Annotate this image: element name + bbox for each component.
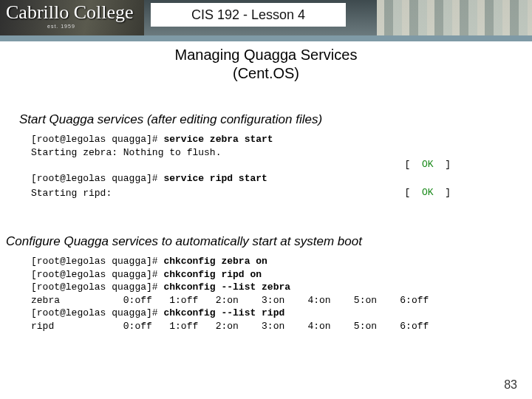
command-chkconfig-list-zebra: chkconfig --list zebra: [163, 282, 290, 293]
prompt: [root@legolas quagga]#: [31, 173, 163, 184]
top-banner: Cabrillo College est. 1959 CIS 192 - Les…: [0, 0, 532, 35]
ok-text: OK: [422, 159, 434, 170]
status-ok: [ OK ]: [405, 159, 451, 170]
ok-row-2: [ OK ]: [0, 187, 532, 200]
command-chkconfig-ripd-on: chkconfig ripd on: [163, 269, 262, 280]
prompt: [root@legolas quagga]#: [31, 269, 163, 280]
terminal-block-1: [root@legolas quagga]# service zebra sta…: [31, 133, 532, 146]
prompt: [root@legolas quagga]#: [31, 134, 163, 145]
terminal-line: [root@legolas quagga]# chkconfig zebra o…: [31, 255, 532, 268]
status-ok: [ OK ]: [405, 187, 451, 198]
banner-right-photo: [377, 0, 532, 35]
course-title-plate: CIS 192 - Lesson 4: [151, 3, 346, 27]
slide-title-line2: (Cent.OS): [0, 64, 532, 83]
prompt: [root@legolas quagga]#: [31, 307, 163, 318]
terminal-line: [root@legolas quagga]# chkconfig ripd on: [31, 268, 532, 282]
prompt: [root@legolas quagga]#: [31, 256, 163, 267]
slide-title-line1: Managing Quagga Services: [0, 46, 532, 64]
terminal-output: ripd 0:off 1:off 2:on 3:on 4:on 5:on 6:o…: [31, 320, 532, 333]
established-text: est. 1959: [47, 24, 75, 29]
page-number: 83: [504, 378, 517, 392]
ok-text: OK: [422, 187, 434, 198]
banner-underline: [0, 35, 532, 41]
terminal-line: [root@legolas quagga]# chkconfig --list …: [31, 307, 532, 320]
terminal-line: [root@legolas quagga]# chkconfig --list …: [31, 281, 532, 294]
terminal-block-2: [root@legolas quagga]# service ripd star…: [31, 172, 532, 185]
section2-heading: Configure Quagga services to automatical…: [6, 234, 532, 249]
command-chkconfig-list-ripd: chkconfig --list ripd: [163, 307, 284, 318]
section1-heading: Start Quagga services (after editing con…: [19, 112, 532, 127]
college-logo-text: Cabrillo College: [6, 1, 134, 24]
ok-row-1: [ OK ]: [0, 159, 532, 172]
command-ripd-start: service ripd start: [163, 173, 267, 184]
command-zebra-start: service zebra start: [163, 134, 273, 145]
terminal-output: Starting zebra: Nothing to flush.: [31, 146, 532, 160]
course-title: CIS 192 - Lesson 4: [191, 7, 305, 23]
terminal-output: zebra 0:off 1:off 2:on 3:on 4:on 5:on 6:…: [31, 294, 532, 307]
slide-title: Managing Quagga Services (Cent.OS): [0, 46, 532, 83]
prompt: [root@legolas quagga]#: [31, 282, 163, 293]
command-chkconfig-zebra-on: chkconfig zebra on: [163, 256, 267, 267]
